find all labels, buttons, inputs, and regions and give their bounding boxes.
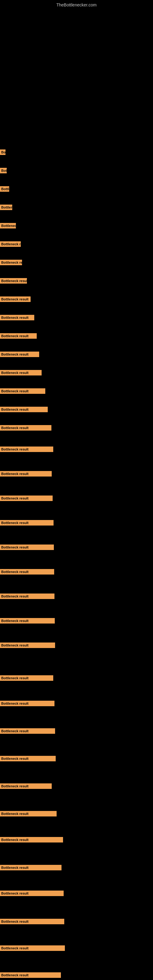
bottleneck-result-item: Bottleneck result <box>0 241 21 247</box>
bottleneck-result-item: Bottleneck result <box>0 811 57 816</box>
bottleneck-result-item: Bottleneck result <box>0 945 65 951</box>
bottleneck-result-item: Bottleneck result <box>0 168 7 173</box>
bottleneck-result-item: Bottleneck result <box>0 495 53 501</box>
bottleneck-result-item: Bottleneck result <box>0 296 30 302</box>
bottleneck-result-item: Bottleneck result <box>0 278 27 283</box>
bottleneck-result-item: Bottleneck result <box>0 728 55 734</box>
bottleneck-result-item: Bottleneck result <box>0 447 53 452</box>
bottleneck-result-item: Bottleneck result <box>0 865 62 870</box>
bottleneck-result-item: Bottleneck result <box>0 205 12 210</box>
bottleneck-result-item: Bottleneck result <box>0 370 41 375</box>
bottleneck-result-item: Bottleneck result <box>0 150 5 155</box>
bottleneck-result-item: Bottleneck result <box>0 756 56 761</box>
bottleneck-result-item: Bottleneck result <box>0 701 54 706</box>
bottleneck-result-item: Bottleneck result <box>0 186 9 192</box>
bottleneck-result-item: Bottleneck result <box>0 471 52 477</box>
bottleneck-result-item: Bottleneck result <box>0 425 51 431</box>
bottleneck-result-item: Bottleneck result <box>0 407 48 412</box>
site-title: TheBottlenecker.com <box>0 0 153 9</box>
bottleneck-result-item: Bottleneck result <box>0 569 54 574</box>
bottleneck-result-item: Bottleneck result <box>0 352 39 357</box>
bottleneck-result-item: Bottleneck result <box>0 388 45 394</box>
bottleneck-result-item: Bottleneck result <box>0 675 53 681</box>
bottleneck-result-item: Bottleneck result <box>0 618 55 624</box>
bottleneck-result-item: Bottleneck result <box>0 593 54 599</box>
bottleneck-result-item: Bottleneck result <box>0 333 37 339</box>
bottleneck-result-item: Bottleneck result <box>0 520 54 525</box>
bottleneck-result-item: Bottleneck result <box>0 315 34 320</box>
bottleneck-result-item: Bottleneck result <box>0 223 16 229</box>
bottleneck-result-item: Bottleneck result <box>0 260 22 265</box>
bottleneck-result-item: Bottleneck result <box>0 891 64 896</box>
bottleneck-result-item: Bottleneck result <box>0 837 63 843</box>
bottleneck-result-item: Bottleneck result <box>0 643 55 648</box>
bottleneck-result-item: Bottleneck result <box>0 919 64 924</box>
bottleneck-result-item: Bottleneck result <box>0 783 52 789</box>
bottleneck-result-item: Bottleneck result <box>0 972 61 978</box>
bottleneck-result-item: Bottleneck result <box>0 544 54 550</box>
